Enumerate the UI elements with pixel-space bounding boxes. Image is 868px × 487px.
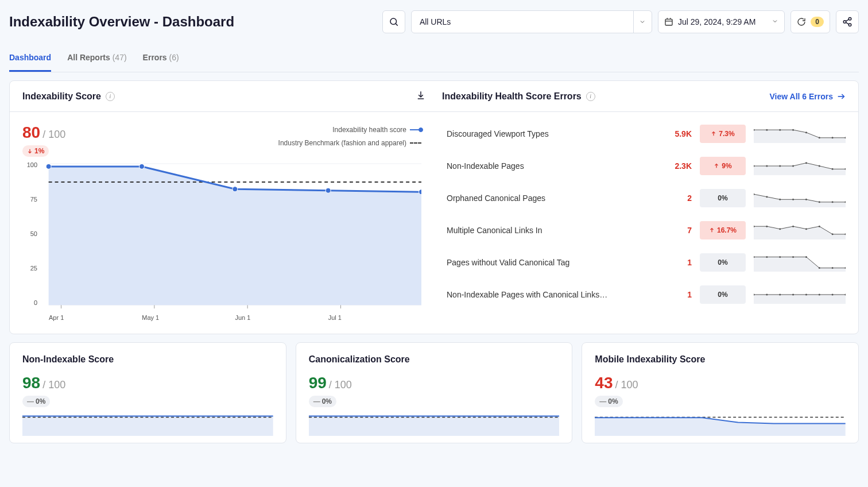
svg-point-48 [766, 196, 768, 198]
search-icon [389, 17, 399, 27]
svg-point-0 [390, 18, 397, 25]
tab-dashboard[interactable]: Dashboard [9, 45, 51, 72]
indexability-score-chart: 1007550250 Apr 1May 1Jun 1Jul 1 [22, 161, 421, 322]
svg-point-24 [46, 164, 51, 169]
svg-point-73 [766, 294, 768, 296]
svg-point-75 [792, 294, 794, 296]
url-filter-label: All URLs [412, 11, 633, 33]
svg-point-68 [805, 256, 807, 258]
svg-point-52 [819, 201, 820, 203]
svg-point-58 [779, 228, 781, 230]
svg-point-27 [326, 188, 331, 193]
arrow-down-icon [27, 148, 33, 154]
svg-point-41 [779, 165, 781, 167]
info-icon[interactable]: i [106, 92, 115, 101]
svg-point-43 [805, 162, 807, 164]
svg-point-57 [766, 226, 768, 227]
svg-line-9 [846, 20, 848, 21]
svg-point-44 [819, 165, 820, 167]
refresh-badge: 0 [811, 17, 824, 27]
svg-point-69 [819, 267, 820, 269]
svg-point-36 [832, 137, 834, 138]
svg-point-78 [832, 294, 834, 296]
tab-all-reports[interactable]: All Reports (47) [67, 45, 126, 72]
svg-point-67 [792, 256, 794, 258]
score-change-pill: 1% [22, 145, 49, 157]
svg-point-51 [805, 199, 807, 200]
mini-card[interactable]: Mobile Indexability Score43 / 100— 0% [582, 342, 859, 443]
chart-legend: Indexability health score Industry Bench… [278, 123, 421, 150]
svg-point-31 [766, 129, 768, 131]
date-label: Jul 29, 2024, 9:29 AM [678, 17, 755, 26]
svg-point-74 [779, 294, 781, 296]
svg-point-8 [848, 24, 851, 26]
view-all-errors-link[interactable]: View All 6 Errors [770, 92, 846, 101]
info-icon[interactable]: i [586, 92, 595, 101]
svg-point-76 [805, 294, 807, 296]
svg-point-32 [779, 129, 781, 131]
svg-point-28 [419, 190, 421, 195]
calendar-icon [664, 17, 673, 26]
svg-point-34 [805, 132, 807, 133]
chevron-down-icon [772, 17, 778, 26]
svg-point-59 [792, 226, 794, 227]
svg-point-26 [232, 187, 238, 192]
indexability-score-max: / 100 [42, 129, 65, 141]
error-row[interactable]: Non-Indexable Pages2.3K9% [447, 150, 846, 182]
error-row[interactable]: Discouraged Viewport Types5.9K7.3% [447, 118, 846, 150]
svg-point-50 [792, 199, 794, 200]
indexability-score-value: 80 [22, 123, 40, 142]
share-button[interactable] [836, 10, 859, 33]
svg-point-6 [848, 18, 851, 21]
error-row[interactable]: Non-Indexable Pages with Canonical Links… [447, 279, 846, 311]
mini-card[interactable]: Non-Indexable Score98 / 100— 0% [9, 342, 286, 443]
tabs: DashboardAll Reports (47)Errors (6) [9, 45, 859, 72]
svg-point-70 [832, 267, 834, 269]
error-row[interactable]: Multiple Canonical Links In716.7% [447, 214, 846, 246]
refresh-icon [797, 17, 806, 26]
svg-point-40 [766, 165, 768, 167]
svg-point-65 [766, 256, 768, 258]
share-icon [842, 17, 852, 27]
refresh-button[interactable]: 0 [790, 10, 830, 33]
svg-point-42 [792, 165, 794, 167]
mini-card[interactable]: Canonicalization Score99 / 100— 0% [296, 342, 573, 443]
errors-card-title: Indexability Health Score Errors [442, 91, 582, 102]
date-picker[interactable]: Jul 29, 2024, 9:29 AM [658, 10, 785, 33]
svg-point-61 [819, 226, 820, 227]
svg-point-77 [819, 294, 820, 296]
chevron-down-icon [633, 11, 652, 33]
error-row[interactable]: Pages without Valid Canonical Tag10% [447, 246, 846, 279]
svg-point-62 [832, 233, 834, 235]
svg-point-66 [779, 256, 781, 258]
svg-point-49 [779, 199, 781, 200]
svg-point-7 [843, 21, 846, 24]
svg-line-1 [396, 24, 397, 25]
svg-point-53 [832, 201, 834, 203]
indexability-score-title: Indexability Score [22, 91, 101, 102]
page-title: Indexability Overview - Dashboard [9, 14, 377, 30]
svg-line-10 [846, 22, 848, 24]
svg-point-35 [819, 137, 820, 138]
svg-point-25 [140, 164, 145, 169]
svg-point-60 [805, 228, 807, 230]
tab-errors[interactable]: Errors (6) [143, 45, 179, 72]
arrow-right-icon [836, 92, 846, 101]
error-row[interactable]: Orphaned Canonical Pages20% [447, 182, 846, 214]
search-button[interactable] [382, 10, 405, 33]
svg-point-33 [792, 129, 794, 131]
url-filter-select[interactable]: All URLs [411, 10, 652, 33]
svg-rect-2 [665, 19, 672, 25]
svg-point-45 [832, 168, 834, 170]
download-button[interactable] [416, 90, 426, 102]
